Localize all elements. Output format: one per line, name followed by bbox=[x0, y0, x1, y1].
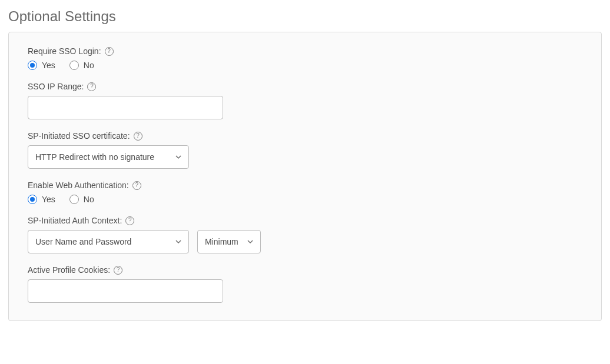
help-icon[interactable]: ? bbox=[87, 82, 96, 91]
auth-context-label: SP-Initiated Auth Context: bbox=[28, 216, 122, 225]
auth-context-selected-value: User Name and Password bbox=[35, 237, 131, 246]
radio-yes-label: Yes bbox=[42, 61, 55, 70]
optional-settings-heading: Optional Settings bbox=[8, 8, 602, 25]
web-auth-yes-radio[interactable]: Yes bbox=[28, 195, 55, 204]
help-icon[interactable]: ? bbox=[125, 216, 134, 225]
radio-no-label: No bbox=[84, 195, 94, 204]
help-icon[interactable]: ? bbox=[132, 181, 141, 190]
require-sso-yes-radio[interactable]: Yes bbox=[28, 61, 55, 70]
web-auth-no-radio[interactable]: No bbox=[69, 195, 94, 204]
optional-settings-panel: Require SSO Login: ? Yes No SSO IP Range… bbox=[8, 32, 602, 321]
sso-ip-range-input[interactable] bbox=[28, 96, 223, 119]
sp-cert-select[interactable]: HTTP Redirect with no signature bbox=[28, 145, 189, 169]
sso-ip-range-field: SSO IP Range: ? bbox=[28, 82, 582, 119]
chevron-down-icon bbox=[247, 239, 253, 245]
radio-unchecked-icon bbox=[69, 61, 79, 70]
sp-cert-label: SP-Initiated SSO certificate: bbox=[28, 131, 130, 141]
active-cookies-field: Active Profile Cookies: ? bbox=[28, 265, 582, 303]
active-cookies-input[interactable] bbox=[28, 279, 223, 303]
sp-cert-selected-value: HTTP Redirect with no signature bbox=[35, 152, 154, 162]
radio-unchecked-icon bbox=[69, 195, 79, 204]
require-sso-label: Require SSO Login: bbox=[28, 46, 101, 56]
sso-ip-range-label: SSO IP Range: bbox=[28, 82, 84, 91]
help-icon[interactable]: ? bbox=[134, 132, 142, 141]
radio-checked-icon bbox=[28, 61, 37, 70]
require-sso-field: Require SSO Login: ? Yes No bbox=[28, 46, 582, 70]
help-icon[interactable]: ? bbox=[114, 266, 122, 275]
auth-context-field: SP-Initiated Auth Context: ? User Name a… bbox=[28, 216, 582, 253]
auth-comparison-select[interactable]: Minimum bbox=[197, 230, 261, 253]
chevron-down-icon bbox=[175, 239, 181, 245]
auth-context-select[interactable]: User Name and Password bbox=[28, 230, 189, 253]
help-icon[interactable]: ? bbox=[105, 47, 114, 56]
auth-comparison-selected-value: Minimum bbox=[205, 237, 238, 246]
radio-yes-label: Yes bbox=[42, 195, 55, 204]
active-cookies-label: Active Profile Cookies: bbox=[28, 265, 110, 275]
radio-no-label: No bbox=[84, 61, 94, 70]
require-sso-no-radio[interactable]: No bbox=[69, 61, 94, 70]
web-auth-field: Enable Web Authentication: ? Yes No bbox=[28, 181, 582, 204]
chevron-down-icon bbox=[175, 154, 181, 160]
sp-cert-field: SP-Initiated SSO certificate: ? HTTP Red… bbox=[28, 131, 582, 169]
radio-checked-icon bbox=[28, 195, 37, 204]
web-auth-label: Enable Web Authentication: bbox=[28, 181, 129, 190]
